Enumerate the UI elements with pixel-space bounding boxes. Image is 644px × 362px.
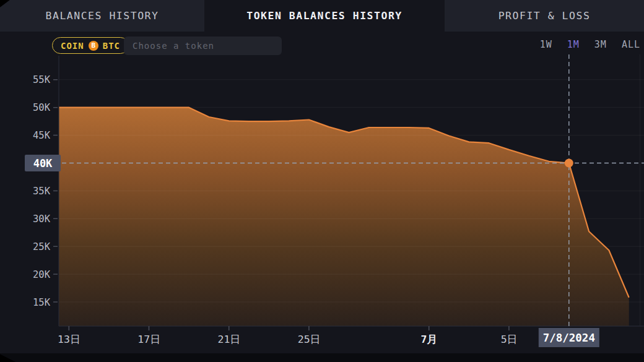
coin-label: COIN [61,41,84,51]
tab-profit-loss[interactable]: PROFIT & LOSS [445,0,644,32]
range-selector: 1W 1M 3M ALL [540,39,642,50]
y-axis-label: 15K [33,297,51,308]
y-axis-label: 55K [33,74,51,85]
x-axis-label: 7月 [420,334,437,345]
x-axis-label: 13日 [58,334,80,345]
chart-area-series [49,108,629,326]
tab-balances-history[interactable]: BALANCES HISTORY [0,0,204,32]
x-axis-label: 25日 [298,334,320,345]
tab-label: PROFIT & LOSS [498,10,591,22]
y-value-badge-text: 40K [33,157,53,170]
coin-btc-filter-pill[interactable]: COIN B BTC [52,37,129,54]
x-axis-label: 17日 [137,334,160,345]
x-axis-label: 5日 [501,334,517,345]
y-axis-label: 30K [33,213,51,225]
range-1w[interactable]: 1W [540,39,552,50]
bottom-frame-bar [0,353,644,362]
y-axis-label: 25K [33,241,51,252]
chart-marker-dot [565,159,573,168]
bitcoin-icon: B [89,41,98,51]
token-balances-panel: BALANCES HISTORY TOKEN BALANCES HISTORY … [0,0,644,362]
tab-label: BALANCES HISTORY [46,10,159,22]
btc-label: BTC [103,41,120,51]
y-axis-label: 45K [33,130,51,141]
date-tooltip-text: 7/8/2024 [543,332,595,344]
tab-label: TOKEN BALANCES HISTORY [246,10,402,22]
range-3m[interactable]: 3M [594,39,607,50]
y-axis-label: 20K [33,269,51,280]
balance-chart-svg: 55K50K45K35K30K25K20K15K13日17日21日25日7月5日… [0,54,644,353]
range-1m[interactable]: 1M [567,39,580,50]
y-axis-label: 50K [33,102,51,113]
x-axis-label: 21日 [218,334,240,345]
range-all[interactable]: ALL [622,39,640,50]
token-search-input[interactable] [124,37,282,55]
y-axis-label: 35K [33,186,51,197]
area-fill [49,108,629,326]
tab-bar: BALANCES HISTORY TOKEN BALANCES HISTORY … [0,0,644,32]
balance-area-chart[interactable]: 55K50K45K35K30K25K20K15K13日17日21日25日7月5日… [0,54,644,353]
tab-token-balances-history[interactable]: TOKEN BALANCES HISTORY [204,0,445,32]
